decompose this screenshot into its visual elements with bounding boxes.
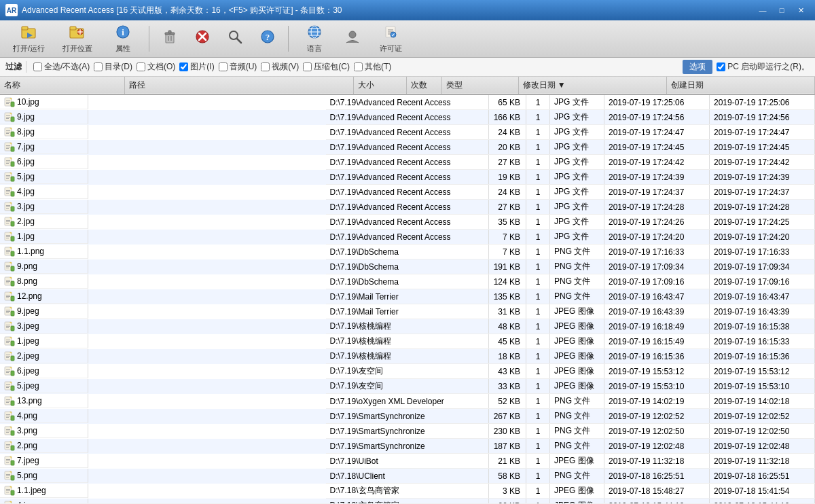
file-created: 2019-07-19 17:09:16: [710, 274, 815, 289]
filter-doc[interactable]: 文档(O): [137, 61, 175, 73]
filter-doc-checkbox[interactable]: [137, 62, 145, 71]
file-created: 2019-07-18 15:41:54: [710, 484, 815, 499]
svg-rect-86: [6, 223, 9, 223]
file-size: 27 KB: [489, 200, 526, 215]
col-header-name[interactable]: 名称: [0, 77, 124, 94]
table-row[interactable]: 3.jpeg D:\7.19\核桃编程 48 KB 1 JPEG 图像 2019…: [0, 319, 815, 334]
startup-label: PC 启动即运行之(R)。: [727, 61, 810, 73]
col-header-type[interactable]: 类型: [441, 77, 518, 94]
svg-rect-158: [6, 402, 9, 403]
license-button[interactable]: ✓ 许可证: [370, 23, 411, 54]
maximize-button[interactable]: □: [773, 3, 791, 17]
filter-all-checkbox[interactable]: [33, 62, 42, 71]
file-modified: 2019-07-19 11:32:18: [604, 454, 710, 469]
col-header-modified[interactable]: 修改日期 ▼: [518, 77, 666, 94]
col-header-path[interactable]: 路径: [124, 77, 354, 94]
filter-audio-checkbox[interactable]: [219, 62, 228, 71]
filter-archive-label: 压缩包(C): [314, 61, 350, 73]
file-count: 1: [526, 424, 550, 439]
file-type: JPEG 图像: [550, 454, 604, 469]
svg-rect-140: [6, 357, 9, 358]
table-row[interactable]: 3.jpg D:\7.19\Advanced Recent Access 27 …: [0, 200, 815, 215]
table-row[interactable]: 10.jpg D:\7.19\Advanced Recent Access 65…: [0, 95, 815, 110]
svg-rect-151: [6, 386, 10, 386]
table-row[interactable]: 6.jpg D:\7.19\Advanced Recent Access 27 …: [0, 155, 815, 170]
table-row[interactable]: 9.jpeg D:\7.19\Mail Terrier 31 KB 1 JPEG…: [0, 304, 815, 319]
table-row[interactable]: 8.jpg D:\7.19\Advanced Recent Access 24 …: [0, 125, 815, 140]
svg-rect-116: [6, 298, 9, 298]
table-row[interactable]: 4.jpg D:\7.19\Advanced Recent Access 24 …: [0, 185, 815, 200]
filter-dir-checkbox[interactable]: [94, 62, 103, 71]
col-header-count[interactable]: 次数: [406, 77, 441, 94]
table-row[interactable]: 1.jpeg D:\7.19\核桃编程 45 KB 1 JPEG 图像 2019…: [0, 334, 815, 349]
table-row[interactable]: 2.jpeg D:\7.19\核桃编程 18 KB 1 JPEG 图像 2019…: [0, 349, 815, 364]
svg-rect-121: [6, 311, 10, 312]
options-button[interactable]: 选项: [683, 60, 712, 74]
table-row[interactable]: 5.jpeg D:\7.19\友空间 33 KB 1 JPEG 图像 2019-…: [0, 379, 815, 394]
remove-button[interactable]: [187, 23, 217, 54]
filter-image[interactable]: 图片(I): [179, 61, 214, 73]
file-path: D:\7.19\Advanced Recent Access: [326, 185, 489, 200]
table-row[interactable]: 4.png D:\7.19\SmartSynchronize 267 KB 1 …: [0, 409, 815, 424]
table-row[interactable]: 5.png D:\7.18\UClient 58 KB 1 PNG 文件 201…: [0, 469, 815, 484]
svg-rect-38: [6, 103, 9, 104]
filter-all[interactable]: 全选/不选(A): [33, 61, 90, 73]
properties-button[interactable]: i 属性: [103, 23, 143, 54]
svg-rect-42: [6, 115, 10, 116]
file-path: D:\7.19\Advanced Recent Access: [326, 200, 489, 215]
table-row[interactable]: 7.jpg D:\7.19\Advanced Recent Access 20 …: [0, 140, 815, 155]
table-row[interactable]: 8.png D:\7.19\DbSchema 124 KB 1 PNG 文件 2…: [0, 274, 815, 289]
table-row[interactable]: 6.jpeg D:\7.19\友空间 43 KB 1 JPEG 图像 2019-…: [0, 364, 815, 379]
file-path: D:\7.19\SmartSynchronize: [326, 439, 489, 454]
filter-image-checkbox[interactable]: [179, 62, 188, 71]
svg-rect-114: [6, 295, 10, 295]
minimize-button[interactable]: —: [754, 3, 772, 17]
filter-archive-checkbox[interactable]: [303, 62, 312, 71]
open-location-button[interactable]: 打开位置: [55, 23, 100, 54]
startup-checkbox[interactable]: [717, 62, 725, 71]
delete-button[interactable]: [155, 23, 185, 54]
table-row[interactable]: 13.png D:\7.19\oXygen XML Developer 52 K…: [0, 394, 815, 409]
close-button[interactable]: ✕: [792, 3, 810, 17]
svg-rect-56: [6, 148, 9, 149]
file-modified: 2019-07-19 17:24:28: [604, 200, 710, 215]
table-row[interactable]: 2.png D:\7.19\SmartSynchronize 187 KB 1 …: [0, 439, 815, 454]
filter-dir[interactable]: 目录(D): [94, 61, 132, 73]
file-name: 9.png: [0, 259, 88, 274]
open-run-button[interactable]: 打开/运行: [5, 23, 52, 54]
filter-other-checkbox[interactable]: [354, 62, 363, 71]
col-header-size[interactable]: 大小: [354, 77, 406, 94]
table-row[interactable]: 9.jpg D:\7.19\Advanced Recent Access 166…: [0, 110, 815, 125]
table-row[interactable]: 1.jpg D:\7.19\Advanced Recent Access 7 K…: [0, 230, 815, 245]
file-path: D:\7.19\Advanced Recent Access: [326, 215, 489, 230]
svg-rect-99: [11, 251, 14, 256]
table-row[interactable]: 7.jpeg D:\7.19\UiBot 21 KB 1 JPEG 图像 201…: [0, 454, 815, 469]
table-row[interactable]: 5.jpg D:\7.19\Advanced Recent Access 19 …: [0, 170, 815, 185]
filter-video[interactable]: 视频(V): [261, 61, 299, 73]
table-row[interactable]: 2.jpg D:\7.19\Advanced Recent Access 35 …: [0, 215, 815, 230]
help-button[interactable]: ?: [253, 23, 283, 54]
table-row[interactable]: 12.png D:\7.19\Mail Terrier 135 KB 1 PNG…: [0, 289, 815, 304]
filter-other[interactable]: 其他(T): [354, 61, 391, 73]
col-header-created[interactable]: 创建日期: [666, 77, 814, 94]
table-row[interactable]: 4.jpeg D:\7.18\玄鸟商管家 66 KB 1 JPEG 图像 201…: [0, 499, 815, 504]
file-type: JPEG 图像: [550, 349, 604, 364]
properties-icon: i: [115, 24, 130, 42]
filter-audio[interactable]: 音频(U): [219, 61, 257, 73]
table-row[interactable]: 3.png D:\7.19\SmartSynchronize 230 KB 1 …: [0, 424, 815, 439]
file-name: 3.jpg: [0, 200, 88, 214]
table-row[interactable]: 1.1.jpeg D:\7.18\玄鸟商管家 3 KB 1 JPEG 图像 20…: [0, 484, 815, 499]
file-created: 2019-07-18 15:44:19: [710, 499, 815, 504]
file-size: 7 KB: [489, 230, 526, 245]
file-type: JPEG 图像: [550, 304, 604, 319]
filter-video-checkbox[interactable]: [261, 62, 270, 71]
filter-archive[interactable]: 压缩包(C): [303, 61, 350, 73]
svg-rect-78: [6, 205, 10, 206]
user-button[interactable]: [338, 23, 367, 54]
startup-item[interactable]: PC 启动即运行之(R)。: [717, 61, 810, 73]
search-button[interactable]: [220, 23, 250, 54]
table-row[interactable]: 1.1.png D:\7.19\DbSchema 7 KB 1 PNG 文件 2…: [0, 245, 815, 259]
language-button[interactable]: 语言: [294, 23, 335, 54]
table-row[interactable]: 9.png D:\7.19\DbSchema 191 KB 1 PNG 文件 2…: [0, 259, 815, 274]
file-count: 1: [526, 379, 550, 394]
